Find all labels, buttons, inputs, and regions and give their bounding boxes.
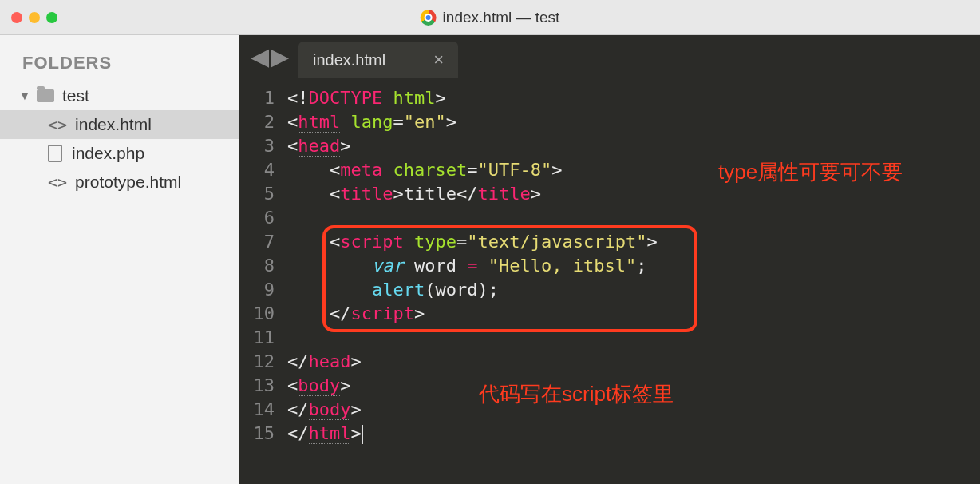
file-label: index.php xyxy=(72,144,144,163)
disclosure-triangle-icon[interactable]: ▼ xyxy=(19,89,29,102)
close-window-button[interactable] xyxy=(11,12,22,23)
file-item-prototype-html[interactable]: <> prototype.html xyxy=(0,168,239,196)
file-item-index-html[interactable]: <> index.html xyxy=(0,110,239,139)
folder-label: test xyxy=(62,86,89,105)
nav-back-icon[interactable]: ◀ xyxy=(251,42,269,70)
code-file-icon: <> xyxy=(48,115,67,134)
code-content[interactable]: <!DOCTYPE html> <html lang="en"> <head> … xyxy=(287,86,980,484)
editor-window: index.html — test FOLDERS ▼ test <> inde… xyxy=(0,0,980,484)
close-tab-icon[interactable]: × xyxy=(433,50,444,70)
folder-tree: ▼ test <> index.html index.php <> protot… xyxy=(0,81,239,196)
nav-forward-icon[interactable]: ▶ xyxy=(271,42,289,70)
code-area[interactable]: 123 456 789 101112 131415 <!DOCTYPE html… xyxy=(239,78,980,484)
chrome-icon xyxy=(421,10,437,26)
annotation-text-2: 代码写在script标签里 xyxy=(479,382,674,406)
folder-icon xyxy=(37,89,54,102)
window-title-text: index.html — test xyxy=(443,9,560,26)
minimize-window-button[interactable] xyxy=(29,12,40,23)
annotation-text-1: type属性可要可不要 xyxy=(718,160,903,184)
line-gutter: 123 456 789 101112 131415 xyxy=(239,86,287,484)
zoom-window-button[interactable] xyxy=(46,12,57,23)
tab-bar: ◀ ▶ index.html × xyxy=(239,35,980,78)
code-file-icon: <> xyxy=(48,173,67,192)
text-cursor xyxy=(362,425,363,444)
window-controls xyxy=(0,12,57,23)
sidebar-heading: FOLDERS xyxy=(0,53,239,81)
file-item-index-php[interactable]: index.php xyxy=(0,139,239,168)
titlebar: index.html — test xyxy=(0,0,980,35)
window-title: index.html — test xyxy=(421,9,560,26)
tab-label: index.html xyxy=(313,51,385,69)
file-label: prototype.html xyxy=(75,173,181,192)
file-icon xyxy=(48,145,62,162)
file-label: index.html xyxy=(75,115,152,134)
editor-pane: ◀ ▶ index.html × 123 456 789 101112 1314… xyxy=(239,35,980,484)
folder-root[interactable]: ▼ test xyxy=(0,81,239,110)
sidebar: FOLDERS ▼ test <> index.html index.php <… xyxy=(0,35,239,484)
tab-index-html[interactable]: index.html × xyxy=(298,42,458,78)
tab-history-nav: ◀ ▶ xyxy=(239,42,298,78)
